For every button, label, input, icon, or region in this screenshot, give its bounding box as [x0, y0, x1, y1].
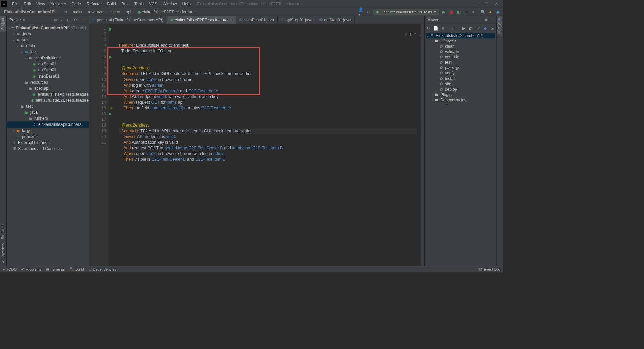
tree-node[interactable]: ›🖿.idea	[7, 31, 89, 37]
settings-icon[interactable]: ✿	[74, 18, 79, 22]
profile-icon[interactable]: ⊙	[463, 9, 469, 15]
stop-icon[interactable]: ■	[471, 9, 476, 15]
menu-code[interactable]: Code	[69, 2, 84, 6]
toggle-icon[interactable]: ⇄	[475, 26, 481, 31]
tree-node[interactable]: ◉guiStep01	[7, 67, 89, 73]
more-icon[interactable]: »	[490, 26, 495, 31]
maven-node[interactable]: ✿deploy	[426, 87, 495, 92]
maven-node[interactable]: ›🖿Plugins	[426, 92, 495, 97]
m-icon[interactable]: m	[468, 26, 474, 31]
tree-node[interactable]: ⌄🖿stepDefinitions	[7, 55, 89, 61]
editor-tab[interactable]: ⒸapiStep01.java	[278, 16, 316, 24]
search-icon[interactable]: 🔍	[480, 9, 486, 15]
menu-help[interactable]: Help	[179, 2, 193, 6]
tree-node[interactable]: ⌄🖿resources	[7, 79, 89, 85]
menu-run[interactable]: Run	[119, 2, 131, 6]
tree-node[interactable]: ⌄🖿spec.api	[7, 85, 89, 91]
minimize-icon[interactable]: —	[474, 1, 479, 6]
breadcrumb[interactable]: spec	[110, 10, 121, 14]
tree-node[interactable]: ⌄🖿test	[7, 103, 89, 109]
terminal-tab[interactable]: ▣ Terminal	[46, 267, 65, 271]
maximize-icon[interactable]: ☐	[485, 1, 489, 6]
tree-node[interactable]: ◉einkaufslisteApiTests.feature	[7, 91, 89, 97]
maven-tree[interactable]: ⌄⊞EinkaufslisteCucumberAPI⌄🖿Lifecycle✿cl…	[425, 32, 496, 103]
close-icon[interactable]: ✕	[495, 1, 498, 6]
tree-node[interactable]: ⌄🖿src	[7, 37, 89, 43]
event-log-tab[interactable]: ◔ Event Log	[479, 267, 500, 271]
tree-node[interactable]: ›⫴External Libraries	[7, 140, 89, 146]
menu-build[interactable]: Build	[104, 2, 119, 6]
reload-icon[interactable]: ⟳	[426, 26, 431, 31]
maven-node[interactable]: ✿install	[426, 76, 495, 81]
maven-hide-icon[interactable]: —	[490, 18, 494, 22]
structure-tool-button[interactable]: Structure	[0, 222, 6, 241]
download-icon[interactable]: ⬇	[440, 26, 446, 31]
menu-window[interactable]: Window	[160, 2, 180, 6]
editor-tab[interactable]: ⒸguiStep01.java	[316, 16, 354, 24]
maven-node[interactable]: ✿compile	[426, 54, 495, 60]
editor-inspection-widget[interactable]: ✓3⌃⌄	[405, 32, 422, 37]
tree-node[interactable]: ◉apiStep01	[7, 61, 89, 67]
tree-node[interactable]: mpom.xml	[7, 134, 89, 140]
build-tab[interactable]: 🔨 Build	[69, 267, 84, 271]
maven-node[interactable]: ⌄🖿Lifecycle	[426, 38, 495, 44]
breadcrumb[interactable]: main	[71, 10, 83, 14]
breadcrumb[interactable]: src	[60, 10, 68, 14]
maven-tool-button[interactable]: m Maven	[497, 16, 502, 36]
maven-settings-icon[interactable]: ✿	[484, 18, 488, 22]
editor-tab[interactable]: ⒸstepBase01.java	[236, 16, 278, 24]
menu-tools[interactable]: Tools	[131, 2, 146, 6]
tree-node[interactable]: ◉einkaufslisteE2ETests.feature	[7, 97, 89, 103]
todo-tab[interactable]: ≡ TODO	[3, 267, 17, 271]
editor-scrollbar[interactable]	[420, 24, 424, 266]
editor-body[interactable]: 1▶23456▶789101112131415●16▶1718192021 Fe…	[89, 24, 424, 266]
run-icon[interactable]: ▶	[441, 9, 446, 15]
tree-node[interactable]: ◉stepBase01	[7, 73, 89, 79]
editor-code[interactable]: Feature: Einkaufsliste end to end test T…	[109, 24, 420, 266]
collapse-all-icon[interactable]: ⊟	[67, 18, 72, 22]
maven-node[interactable]: ✿test	[426, 60, 495, 65]
coverage-icon[interactable]: ◧	[456, 9, 461, 15]
problems-tab[interactable]: ⊘ Problems	[21, 267, 41, 271]
menu-file[interactable]: File	[9, 2, 21, 6]
tree-node[interactable]: ⒸeinkaufslisteApiRunners	[7, 121, 89, 128]
maven-node[interactable]: ✿package	[426, 65, 495, 70]
editor-tab[interactable]: ◉einkaufslisteE2ETests.feature×	[167, 16, 236, 24]
favorites-tool-button[interactable]: ★ Favorites	[0, 241, 6, 266]
expand-icon[interactable]: ◆	[483, 26, 488, 31]
breadcrumb-root[interactable]: EinkaufslisteCucumberAPI	[3, 10, 57, 14]
avatar-icon[interactable]: ●	[488, 9, 493, 15]
breadcrumb[interactable]: api	[124, 10, 132, 14]
tree-node[interactable]: ›🖿target	[7, 128, 89, 134]
maven-node[interactable]: ✿site	[426, 81, 495, 87]
maven-node[interactable]: ✿verify	[426, 70, 495, 76]
hide-icon[interactable]: —	[80, 18, 86, 22]
maven-node[interactable]: ⌄⊞EinkaufslisteCucumberAPI	[426, 33, 495, 38]
generate-icon[interactable]: 📄	[433, 26, 439, 31]
tree-node[interactable]: ⌄🗀EinkaufslisteCucumberAPI C:\Files\01_A…	[7, 25, 89, 31]
project-tree[interactable]: ⌄🗀EinkaufslisteCucumberAPI C:\Files\01_A…	[7, 24, 89, 266]
menu-view[interactable]: View	[34, 2, 48, 6]
project-tool-button[interactable]: Project	[0, 16, 6, 32]
menu-navigate[interactable]: Navigate	[48, 2, 69, 6]
maven-node[interactable]: ›🖿Dependencies	[426, 97, 495, 103]
run-config-selector[interactable]: ◉Feature: einkaufslisteE2ETests▾	[373, 9, 439, 15]
breadcrumb-file[interactable]: ◉einkaufslisteE2ETests.feature	[136, 10, 196, 14]
menu-vcs[interactable]: VCS	[146, 2, 160, 6]
user-icon[interactable]: 👤▾	[358, 9, 364, 15]
maven-node[interactable]: ✿validate	[426, 49, 495, 54]
tree-node[interactable]: ⌄🖿runners	[7, 115, 89, 121]
tree-node[interactable]: 🗐Scratches and Consoles	[7, 146, 89, 152]
menu-refactor[interactable]: Refactor	[84, 2, 104, 6]
expand-all-icon[interactable]: ÷	[60, 18, 66, 22]
tree-node[interactable]: ⌄🖿java	[7, 109, 89, 115]
maven-node[interactable]: ✿clean	[426, 44, 495, 49]
ide-updates-icon[interactable]: ◆	[495, 9, 500, 15]
tree-node[interactable]: ⌄🖿main	[7, 43, 89, 49]
select-opened-file-icon[interactable]: ⊕	[54, 18, 59, 22]
back-icon[interactable]: ↩	[366, 9, 371, 15]
debug-icon[interactable]: 🐞	[448, 9, 454, 15]
add-icon[interactable]: +	[451, 26, 456, 31]
menu-edit[interactable]: Edit	[21, 2, 34, 6]
tree-node[interactable]: ⌄🖿java	[7, 49, 89, 55]
